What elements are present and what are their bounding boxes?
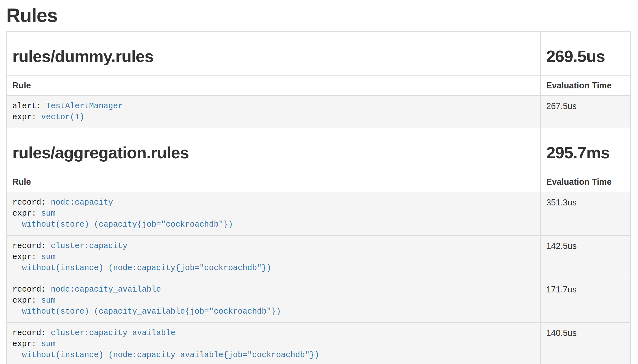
rule-row: record: node:capacity expr: sum without(… [7, 192, 631, 235]
rule-keyword: record: [12, 198, 51, 207]
rule-evaluation-time: 140.5us [540, 322, 631, 364]
rule-group-file-name: rules/aggregation.rules [12, 144, 535, 162]
rule-definition-cell: alert: TestAlertManager expr: vector(1) [7, 96, 540, 128]
rule-keyword: record: [12, 285, 51, 294]
rule-keyword: expr: [12, 252, 41, 262]
rule-group-evaluation-time: 269.5us [546, 47, 625, 66]
rule-evaluation-time: 171.7us [540, 279, 631, 322]
rule-link[interactable]: sum without(instance) (node:capacity{job… [12, 252, 271, 273]
rule-definition-cell: record: cluster:capacity expr: sum witho… [7, 235, 540, 279]
rule-group-name-cell: rules/dummy.rules [7, 32, 540, 76]
rule-group-row: rules/dummy.rules269.5us [7, 32, 631, 76]
rule-keyword: alert: [12, 102, 46, 111]
rule-column-header: Rule [7, 172, 540, 192]
rule-group-evaluation-time: 295.7ms [546, 144, 625, 162]
column-header-row: RuleEvaluation Time [7, 172, 631, 192]
rule-definition: record: cluster:capacity_available expr:… [12, 328, 535, 361]
rule-definition: record: node:capacity_available expr: su… [12, 284, 535, 317]
rule-evaluation-time: 142.5us [540, 235, 631, 279]
rule-link[interactable]: sum without(store) (capacity_available{j… [12, 296, 281, 316]
rule-keyword: expr: [12, 113, 41, 122]
rule-link[interactable]: node:capacity_available [51, 285, 161, 294]
rule-keyword: expr: [12, 209, 41, 218]
rule-keyword: record: [12, 241, 51, 251]
rule-definition-cell: record: node:capacity_available expr: su… [7, 279, 540, 322]
page-title: Rules [6, 5, 631, 26]
rule-link[interactable]: cluster:capacity_available [51, 328, 175, 338]
rule-row: record: cluster:capacity_available expr:… [7, 322, 631, 364]
rule-keyword: expr: [12, 339, 41, 349]
rule-definition: record: node:capacity expr: sum without(… [12, 197, 535, 230]
rules-table: rules/dummy.rules269.5usRuleEvaluation T… [6, 31, 631, 364]
rule-link[interactable]: TestAlertManager [46, 102, 123, 111]
evaluation-time-column-header: Evaluation Time [540, 76, 631, 96]
rule-link[interactable]: cluster:capacity [51, 241, 127, 251]
rule-link[interactable]: vector(1) [41, 113, 84, 122]
rule-group-evaluation-time-cell: 295.7ms [540, 128, 631, 172]
rule-group-row: rules/aggregation.rules295.7ms [7, 128, 631, 172]
column-header-row: RuleEvaluation Time [7, 76, 631, 96]
rule-link[interactable]: node:capacity [51, 198, 113, 207]
rule-keyword: expr: [12, 296, 41, 305]
rule-definition-cell: record: cluster:capacity_available expr:… [7, 322, 540, 364]
rule-row: record: node:capacity_available expr: su… [7, 279, 631, 322]
evaluation-time-column-header: Evaluation Time [540, 172, 631, 192]
rule-link[interactable]: sum without(store) (capacity{job="cockro… [12, 209, 233, 229]
rule-definition: record: cluster:capacity expr: sum witho… [12, 241, 535, 274]
rule-evaluation-time: 267.5us [540, 96, 631, 128]
rule-evaluation-time: 351.3us [540, 192, 631, 235]
rule-definition: alert: TestAlertManager expr: vector(1) [12, 101, 535, 123]
rule-group-name-cell: rules/aggregation.rules [7, 128, 540, 172]
rule-link[interactable]: sum without(instance) (node:capacity_ava… [12, 339, 319, 360]
rule-group-file-name: rules/dummy.rules [12, 47, 535, 66]
rule-keyword: record: [12, 328, 51, 338]
rule-row: record: cluster:capacity expr: sum witho… [7, 235, 631, 279]
rule-row: alert: TestAlertManager expr: vector(1)2… [7, 96, 631, 128]
rule-column-header: Rule [7, 76, 540, 96]
rule-group-evaluation-time-cell: 269.5us [540, 32, 631, 76]
rule-definition-cell: record: node:capacity expr: sum without(… [7, 192, 540, 235]
